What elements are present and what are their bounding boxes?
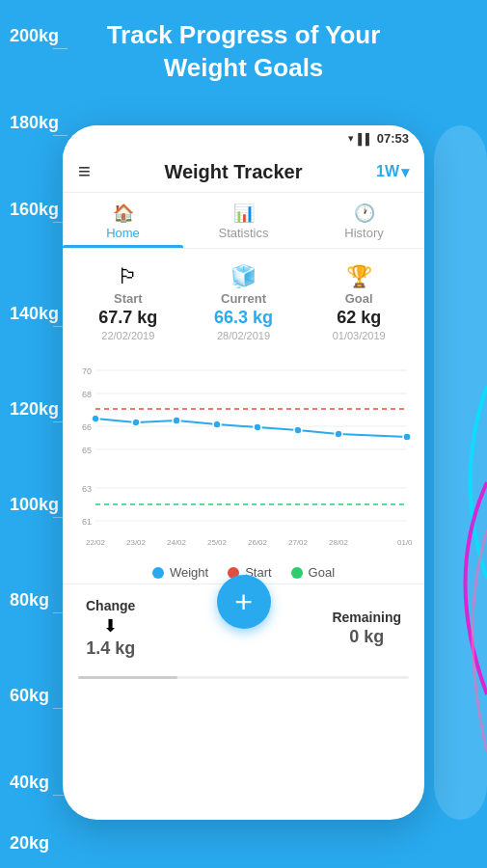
svg-text:27/02: 27/02 <box>288 538 309 547</box>
svg-text:70: 70 <box>82 366 92 376</box>
chart-area: 70 68 66 65 63 61 <box>63 349 424 557</box>
header-text: Track Progress of Your Weight Goals <box>77 19 410 85</box>
scroll-indicator <box>78 676 409 679</box>
svg-point-18 <box>213 420 221 428</box>
svg-point-17 <box>173 417 180 424</box>
bg-label-80: 80kg <box>10 590 49 610</box>
wifi-icon: ▾ <box>348 132 354 145</box>
bg-label-100: 100kg <box>10 495 59 515</box>
clock: 07:53 <box>377 131 409 146</box>
chevron-down-icon: ▾ <box>401 163 409 181</box>
bg-label-140: 140kg <box>10 304 59 324</box>
svg-text:66: 66 <box>82 422 92 432</box>
svg-text:68: 68 <box>82 390 92 399</box>
svg-text:25/02: 25/02 <box>207 538 228 547</box>
start-date: 22/02/2019 <box>101 330 154 341</box>
home-icon: 🏠 <box>113 203 134 224</box>
bottom-bar: Change ⬇ 1.4 kg + Remaining 0 kg <box>63 583 424 672</box>
svg-text:22/02: 22/02 <box>86 538 106 547</box>
status-bar: ▾ ▌▌ 07:53 <box>63 125 424 151</box>
remaining-value: 0 kg <box>349 627 384 647</box>
svg-text:24/02: 24/02 <box>167 538 187 547</box>
app-header: ≡ Weight Tracker 1W ▾ <box>63 151 424 193</box>
statistics-icon: 📊 <box>233 203 255 224</box>
bg-label-40: 40kg <box>10 773 49 793</box>
tab-home-label: Home <box>106 226 140 240</box>
remaining-label: Remaining <box>332 610 401 625</box>
svg-text:28/02: 28/02 <box>329 538 349 547</box>
stat-current: 🧊 Current 66.3 kg 28/02/2019 <box>190 264 298 341</box>
goal-title: Goal <box>345 291 373 306</box>
svg-point-22 <box>403 433 411 441</box>
goal-value: 62 kg <box>337 308 381 328</box>
change-value: 1.4 kg <box>86 638 135 659</box>
svg-text:26/02: 26/02 <box>248 538 268 547</box>
svg-text:01/03: 01/03 <box>397 538 413 547</box>
stats-row: 🏳 Start 67.7 kg 22/02/2019 🧊 Current 66.… <box>63 249 424 349</box>
period-label: 1W <box>376 163 399 180</box>
current-icon: 🧊 <box>230 264 257 289</box>
start-title: Start <box>114 291 143 306</box>
change-label: Change <box>86 598 135 613</box>
goal-dot <box>291 567 303 579</box>
history-icon: 🕐 <box>354 203 375 224</box>
goal-legend-label: Goal <box>309 565 335 580</box>
tab-history[interactable]: 🕐 History <box>304 193 424 248</box>
add-button[interactable]: + <box>217 575 271 629</box>
current-date: 28/02/2019 <box>217 330 270 341</box>
weight-dot <box>152 567 164 579</box>
current-value: 66.3 kg <box>214 308 273 328</box>
start-value: 67.7 kg <box>98 308 157 328</box>
tab-statistics-label: Statistics <box>218 226 268 240</box>
bg-label-200: 200kg <box>10 26 59 46</box>
svg-text:61: 61 <box>82 517 92 527</box>
app-title: Weight Tracker <box>91 161 376 183</box>
bg-label-120: 120kg <box>10 399 59 420</box>
legend-weight: Weight <box>152 565 208 580</box>
signal-icon: ▌▌ <box>358 133 373 145</box>
bg-label-20: 20kg <box>10 833 49 854</box>
bg-label-60: 60kg <box>10 686 49 706</box>
weight-chart: 70 68 66 65 63 61 <box>74 357 413 550</box>
goal-icon: 🏆 <box>346 264 372 289</box>
svg-point-15 <box>92 415 99 422</box>
goal-date: 01/03/2019 <box>333 330 386 341</box>
remaining-stat: Remaining 0 kg <box>332 610 401 647</box>
svg-point-21 <box>335 430 342 438</box>
legend-goal: Goal <box>291 565 335 580</box>
svg-point-19 <box>254 423 261 431</box>
period-selector[interactable]: 1W ▾ <box>376 163 409 181</box>
bg-labels: 200kg 180kg 160kg 140kg 120kg 100kg 80kg… <box>0 0 68 868</box>
phone-mockup: ▾ ▌▌ 07:53 ≡ Weight Tracker 1W ▾ 🏠 Home … <box>63 125 424 820</box>
scroll-thumb <box>78 676 177 679</box>
svg-point-20 <box>294 426 302 434</box>
bg-label-160: 160kg <box>10 200 59 220</box>
current-title: Current <box>221 291 266 306</box>
down-arrow-icon: ⬇ <box>103 615 118 637</box>
svg-text:23/02: 23/02 <box>126 538 147 547</box>
weight-label: Weight <box>170 565 208 580</box>
tab-history-label: History <box>344 226 383 240</box>
svg-point-16 <box>132 419 140 426</box>
tab-statistics[interactable]: 📊 Statistics <box>183 193 304 248</box>
svg-text:63: 63 <box>82 484 92 494</box>
start-icon: 🏳 <box>118 264 139 289</box>
svg-text:65: 65 <box>82 446 92 455</box>
tab-home[interactable]: 🏠 Home <box>63 193 183 248</box>
tabs: 🏠 Home 📊 Statistics 🕐 History <box>63 193 424 249</box>
stat-start: 🏳 Start 67.7 kg 22/02/2019 <box>74 264 182 341</box>
stat-goal: 🏆 Goal 62 kg 01/03/2019 <box>305 264 413 341</box>
bg-label-180: 180kg <box>10 113 59 133</box>
menu-icon[interactable]: ≡ <box>78 159 91 184</box>
change-stat: Change ⬇ 1.4 kg <box>86 598 135 659</box>
